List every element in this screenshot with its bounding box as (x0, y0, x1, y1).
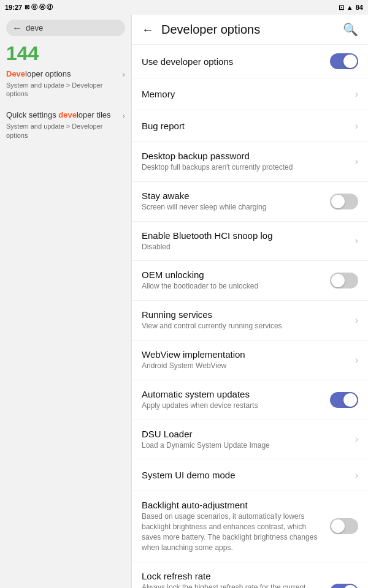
setting-subtitle-6: Allow the bootloader to be unlocked (142, 281, 325, 292)
setting-item-6[interactable]: OEM unlockingAllow the bootloader to be … (132, 261, 368, 301)
setting-subtitle-4: Screen will never sleep while charging (142, 202, 325, 213)
setting-title-1: Memory (142, 89, 350, 99)
setting-title-13: Lock refresh rate (142, 571, 325, 581)
status-icons: ⊠ ⓔ ⓦ ⓓ (25, 3, 53, 12)
status-bar: 19:27 ⊠ ⓔ ⓦ ⓓ ⊡ ▲ 84 (0, 0, 368, 15)
setting-item-0[interactable]: Use developer options (132, 45, 368, 78)
setting-subtitle-13: Always lock the highest refresh rate for… (142, 582, 325, 588)
setting-item-4[interactable]: Stay awakeScreen will never sleep while … (132, 182, 368, 222)
chevron-right-icon-2: › (122, 111, 125, 121)
back-arrow-sidebar[interactable]: ← (12, 23, 22, 34)
setting-title-8: WebView implementation (142, 349, 350, 360)
chevron-icon-8: › (355, 355, 358, 365)
setting-item-2[interactable]: Bug report› (132, 110, 368, 142)
setting-item-10[interactable]: DSU LoaderLoad a Dynamic System Update I… (132, 420, 368, 460)
setting-subtitle-10: Load a Dynamic System Update Image (142, 440, 350, 451)
wifi-icon: ▲ (347, 4, 353, 11)
search-input[interactable] (26, 23, 129, 32)
toggle-9[interactable] (330, 392, 358, 408)
settings-list: Use developer optionsMemory›Bug report›D… (132, 45, 368, 588)
search-bar[interactable]: ← ✕ (6, 20, 125, 36)
sidebar-item-quick-settings[interactable]: Quick settings developer tiles › System … (0, 104, 131, 145)
setting-title-2: Bug report (142, 121, 350, 131)
setting-subtitle-5: Disabled (142, 242, 350, 252)
logo-text: 144 (6, 43, 39, 63)
toggle-6[interactable] (330, 273, 358, 288)
setting-title-10: DSU Loader (142, 429, 350, 439)
setting-item-5[interactable]: Enable Bluetooth HCI snoop logDisabled› (132, 222, 368, 262)
setting-item-12[interactable]: Backlight auto-adjustmentBased on usage … (132, 491, 368, 562)
chevron-icon-11: › (355, 470, 358, 480)
setting-item-8[interactable]: WebView implementationAndroid System Web… (132, 341, 368, 380)
chevron-icon-2: › (355, 121, 358, 131)
setting-title-11: System UI demo mode (142, 470, 350, 480)
chevron-icon-5: › (355, 235, 358, 246)
sidebar-logo: 144 (0, 41, 131, 63)
main-layout: ← ✕ 144 Developer options › System and u… (0, 15, 368, 588)
toggle-0[interactable] (330, 53, 358, 69)
search-button[interactable]: 🔍 (343, 22, 358, 37)
setting-item-13[interactable]: Lock refresh rateAlways lock the highest… (132, 562, 368, 588)
setting-subtitle-9: Apply updates when device restarts (142, 401, 325, 411)
chevron-icon-1: › (355, 89, 358, 99)
setting-title-4: Stay awake (142, 190, 325, 201)
sidebar-item-developer-options[interactable]: Developer options › System and update > … (0, 63, 131, 104)
main-panel: ← Developer options 🔍 Use developer opti… (132, 15, 368, 588)
battery-icon: 84 (356, 4, 363, 11)
setting-item-3[interactable]: Desktop backup passwordDesktop full back… (132, 142, 368, 182)
setting-subtitle-8: Android System WebView (142, 361, 350, 371)
sidebar-item-quick-title: Quick settings developer tiles (6, 110, 111, 121)
setting-subtitle-7: View and control currently running servi… (142, 321, 350, 331)
setting-item-11[interactable]: System UI demo mode› (132, 459, 368, 491)
header: ← Developer options 🔍 (132, 15, 368, 45)
toggle-12[interactable] (330, 518, 358, 534)
status-right-icons: ⊡ ▲ 84 (339, 4, 363, 12)
sidebar-item-developer-title: Developer options (6, 69, 71, 80)
chevron-icon-10: › (355, 434, 358, 444)
toggle-4[interactable] (330, 194, 358, 209)
setting-title-6: OEM unlocking (142, 270, 325, 280)
setting-item-7[interactable]: Running servicesView and control current… (132, 301, 368, 341)
time-display: 19:27 (5, 4, 22, 11)
setting-title-7: Running services (142, 309, 350, 320)
setting-title-5: Enable Bluetooth HCI snoop log (142, 230, 350, 241)
setting-subtitle-12: Based on usage scenarios, it automatical… (142, 511, 325, 552)
page-title: Developer options (161, 23, 335, 37)
toggle-13[interactable] (330, 584, 358, 588)
setting-item-9[interactable]: Automatic system updatesApply updates wh… (132, 380, 368, 420)
status-time: 19:27 ⊠ ⓔ ⓦ ⓓ (5, 3, 53, 12)
back-button[interactable]: ← (142, 23, 154, 37)
setting-title-0: Use developer options (142, 56, 325, 67)
setting-title-12: Backlight auto-adjustment (142, 500, 325, 510)
setting-title-9: Automatic system updates (142, 389, 325, 399)
chevron-right-icon: › (122, 69, 125, 79)
chevron-icon-7: › (355, 315, 358, 325)
chevron-icon-3: › (355, 156, 358, 167)
setting-title-3: Desktop backup password (142, 151, 350, 161)
sidebar: ← ✕ 144 Developer options › System and u… (0, 15, 132, 588)
sidebar-item-quick-subtitle: System and update > Developer options (6, 122, 125, 140)
setting-item-1[interactable]: Memory› (132, 78, 368, 110)
network-icon: ⊡ (339, 4, 344, 12)
sidebar-item-developer-subtitle: System and update > Developer options (6, 81, 125, 99)
setting-subtitle-3: Desktop full backups aren't currently pr… (142, 162, 350, 173)
